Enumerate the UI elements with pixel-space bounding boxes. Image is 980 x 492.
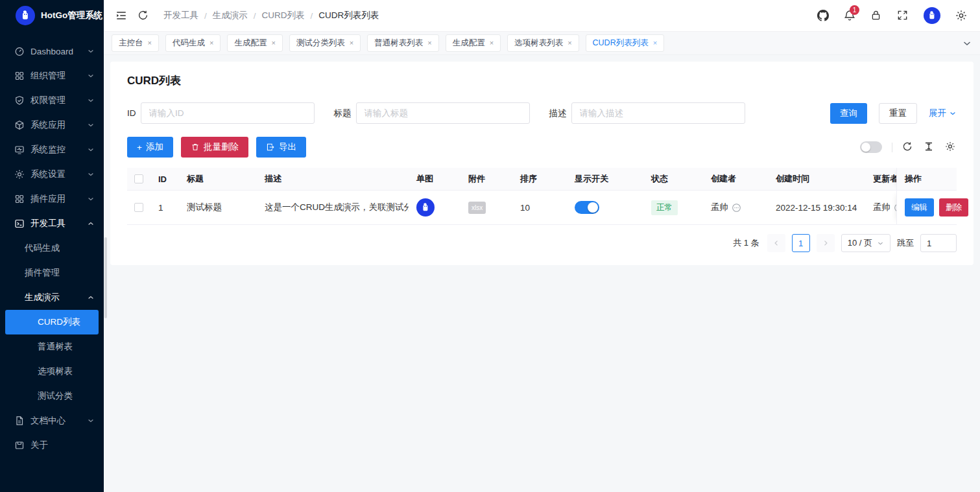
gear-icon (14, 169, 25, 180)
close-icon[interactable]: × (209, 40, 213, 47)
tab-gen-config-1[interactable]: 生成配置× (227, 34, 282, 52)
close-icon[interactable]: × (148, 40, 152, 47)
sidebar-item-gen-demo[interactable]: 生成演示 (0, 285, 104, 310)
id-input[interactable] (141, 102, 315, 124)
tab-gen-config-2[interactable]: 生成配置× (446, 34, 501, 52)
desc-input[interactable] (571, 102, 745, 124)
sidebar-item-dev-tools[interactable]: 开发工具 (0, 211, 104, 236)
collapse-sidebar-icon[interactable] (115, 10, 127, 21)
attachment-file-badge[interactable]: xlsx (468, 202, 486, 214)
sidebar-item-curd-list[interactable]: CURD列表 (5, 310, 99, 334)
col-created-at: 创建时间 (768, 173, 865, 185)
refresh-table-icon[interactable] (902, 141, 914, 153)
row-checkbox[interactable] (134, 203, 143, 212)
breadcrumb-item[interactable]: 生成演示 (213, 10, 248, 21)
reload-icon[interactable] (137, 10, 149, 21)
breadcrumb-item[interactable]: 开发工具 (163, 10, 198, 21)
settings-gear-icon[interactable] (955, 10, 967, 21)
sidebar-item-code-gen[interactable]: 代码生成 (0, 236, 104, 261)
chevron-down-icon (87, 195, 95, 203)
chevron-down-icon (87, 72, 95, 80)
select-all-checkbox[interactable] (134, 174, 143, 183)
tab-option-tree-list[interactable]: 选项树表列表× (507, 34, 579, 52)
notifications-bell-icon[interactable]: 1 (844, 10, 855, 21)
sidebar-item-plugin-manage[interactable]: 插件管理 (0, 261, 104, 285)
sidebar-item-option-tree[interactable]: 选项树表 (0, 359, 104, 384)
tab-main-console[interactable]: 主控台× (112, 34, 159, 52)
jump-page-input[interactable] (920, 234, 957, 252)
sidebar-item-permission[interactable]: 权限管理 (0, 88, 104, 113)
striped-toggle[interactable] (860, 141, 882, 153)
page-number-button[interactable]: 1 (792, 234, 810, 252)
next-page-button[interactable] (817, 234, 835, 252)
row-display-toggle[interactable] (575, 201, 599, 214)
sidebar-item-system-app[interactable]: 系统应用 (0, 113, 104, 137)
export-button[interactable]: 导出 (256, 137, 306, 158)
column-settings-gear-icon[interactable] (945, 141, 957, 153)
chevron-down-icon (949, 110, 957, 117)
cube-icon (14, 120, 25, 130)
chevron-down-icon (87, 97, 95, 104)
title-input[interactable] (356, 102, 530, 124)
close-icon[interactable]: × (427, 40, 431, 47)
reset-button[interactable]: 重置 (879, 103, 917, 124)
sidebar-item-plugin-app[interactable]: 插件应用 (0, 187, 104, 211)
lock-screen-icon[interactable] (870, 10, 882, 21)
density-icon[interactable] (924, 141, 935, 153)
close-icon[interactable]: × (271, 40, 275, 47)
scrollbar-thumb[interactable] (104, 237, 107, 318)
github-icon[interactable] (817, 10, 829, 21)
edit-button[interactable]: 编辑 (905, 198, 934, 217)
tab-code-gen[interactable]: 代码生成× (165, 34, 221, 52)
monitor-icon (14, 145, 25, 155)
dashboard-icon (14, 46, 25, 56)
breadcrumb-item[interactable]: CURD列表 (262, 10, 305, 21)
sidebar-item-system-monitor[interactable]: 系统监控 (0, 137, 104, 162)
sidebar: HotGo管理系统 Dashboard 组织管理 权限管理 系统应用 系统监控 (0, 0, 104, 492)
sidebar-item-about[interactable]: 关于 (0, 433, 104, 458)
delete-button[interactable]: 删除 (939, 198, 968, 217)
col-title: 标题 (179, 173, 257, 185)
breadcrumb-item-current: CUDR列表列表 (318, 10, 379, 21)
fullscreen-icon[interactable] (897, 10, 909, 21)
tabs-dropdown-chevron-icon[interactable] (962, 38, 972, 49)
close-icon[interactable]: × (490, 40, 494, 47)
sidebar-item-doc-center[interactable]: 文档中心 (0, 408, 104, 433)
export-icon (266, 143, 275, 152)
status-badge: 正常 (651, 200, 678, 215)
add-button[interactable]: + 添加 (127, 137, 173, 158)
filter-field-id: ID (127, 102, 315, 124)
terminal-icon (14, 218, 25, 229)
page-title: CURD列表 (127, 73, 963, 88)
sidebar-item-normal-tree[interactable]: 普通树表 (0, 334, 104, 359)
close-icon[interactable]: × (350, 40, 353, 47)
sidebar-item-system-settings[interactable]: 系统设置 (0, 162, 104, 187)
sidebar-item-org[interactable]: 组织管理 (0, 64, 104, 88)
prev-page-button[interactable] (767, 234, 785, 252)
close-icon[interactable]: × (653, 40, 657, 47)
document-icon (14, 416, 25, 426)
shield-check-icon (14, 95, 25, 106)
close-icon[interactable]: × (568, 40, 571, 47)
cell-id: 1 (150, 203, 179, 213)
search-button[interactable]: 查询 (830, 103, 867, 124)
expand-filters-link[interactable]: 展开 (929, 108, 957, 119)
tab-normal-tree-list[interactable]: 普通树表列表× (367, 34, 438, 52)
tab-cudr-list-active[interactable]: CUDR列表列表× (586, 34, 665, 52)
trash-icon (191, 143, 200, 152)
chevron-down-icon (87, 170, 95, 178)
app-logo-row[interactable]: HotGo管理系统 (0, 0, 104, 31)
page-size-select[interactable]: 10 / 页 (841, 234, 890, 252)
sidebar-item-test-category[interactable]: 测试分类 (0, 384, 104, 408)
sidebar-item-dashboard[interactable]: Dashboard (0, 39, 104, 64)
pagination-total: 共 1 条 (733, 237, 759, 249)
ellipsis-circle-icon[interactable] (732, 203, 741, 213)
col-image: 单图 (409, 173, 460, 185)
user-avatar[interactable] (924, 7, 940, 24)
col-creator: 创建者 (703, 173, 768, 185)
row-image-thumbnail[interactable] (416, 198, 435, 217)
cell-updater: 孟帅 (873, 202, 890, 213)
tab-test-category-list[interactable]: 测试分类列表× (289, 34, 361, 52)
batch-delete-button[interactable]: 批量删除 (181, 137, 248, 158)
breadcrumb-separator: / (204, 11, 207, 21)
